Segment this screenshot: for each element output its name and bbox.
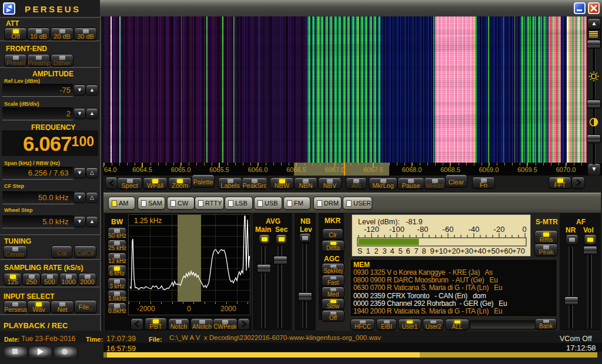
svg-text:9: 9 — [430, 247, 434, 255]
svg-text:4: 4 — [390, 247, 394, 255]
svg-text:2: 2 — [374, 247, 378, 255]
svg-text:3: 3 — [382, 247, 386, 255]
svg-text:+70: +70 — [512, 247, 525, 255]
svg-text:+30: +30 — [460, 247, 473, 255]
svg-text:-100: -100 — [389, 225, 404, 234]
svg-text:6: 6 — [406, 247, 410, 255]
svg-text:7: 7 — [414, 247, 418, 255]
svg-text:-120: -120 — [364, 225, 379, 234]
svg-text:1: 1 — [366, 247, 370, 255]
svg-text:+10: +10 — [434, 247, 447, 255]
svg-text:S: S — [357, 247, 363, 255]
svg-text:+50: +50 — [487, 247, 500, 255]
svg-text:-80: -80 — [417, 225, 429, 234]
svg-text:5: 5 — [398, 247, 402, 255]
svg-text:+20: +20 — [447, 247, 460, 255]
svg-text:-20: -20 — [494, 225, 505, 234]
svg-text:-40: -40 — [469, 225, 480, 234]
svg-text:0: 0 — [522, 225, 526, 234]
svg-text:8: 8 — [422, 247, 426, 255]
svg-text:-60: -60 — [443, 225, 454, 234]
svg-text:+60: +60 — [500, 247, 513, 255]
svg-text:+40: +40 — [473, 247, 486, 255]
